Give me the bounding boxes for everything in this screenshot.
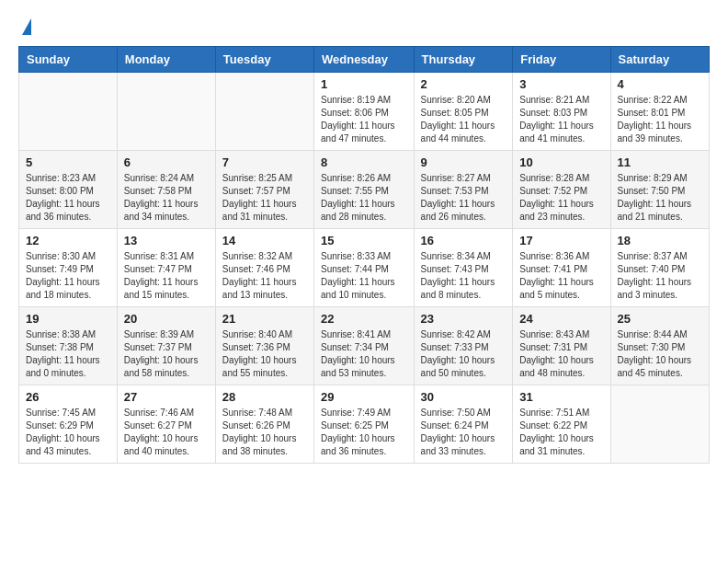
calendar-day-2: 2Sunrise: 8:20 AM Sunset: 8:05 PM Daylig…: [414, 73, 513, 151]
empty-cell: [117, 73, 215, 151]
calendar-day-10: 10Sunrise: 8:28 AM Sunset: 7:52 PM Dayli…: [513, 151, 610, 229]
calendar-day-23: 23Sunrise: 8:42 AM Sunset: 7:33 PM Dayli…: [414, 307, 513, 385]
calendar-day-28: 28Sunrise: 7:48 AM Sunset: 6:26 PM Dayli…: [215, 385, 313, 464]
day-info: Sunrise: 8:42 AM Sunset: 7:33 PM Dayligh…: [421, 328, 506, 380]
calendar-day-16: 16Sunrise: 8:34 AM Sunset: 7:43 PM Dayli…: [414, 229, 513, 307]
day-number: 30: [421, 390, 506, 404]
col-header-tuesday: Tuesday: [215, 47, 313, 73]
day-info: Sunrise: 8:32 AM Sunset: 7:46 PM Dayligh…: [222, 250, 307, 302]
day-info: Sunrise: 8:38 AM Sunset: 7:38 PM Dayligh…: [26, 328, 110, 380]
day-number: 31: [519, 390, 603, 404]
day-number: 6: [124, 155, 209, 169]
day-number: 29: [321, 390, 407, 404]
calendar-day-13: 13Sunrise: 8:31 AM Sunset: 7:47 PM Dayli…: [117, 229, 215, 307]
day-number: 3: [519, 77, 603, 91]
day-number: 22: [321, 312, 407, 326]
day-number: 21: [222, 312, 307, 326]
calendar-day-29: 29Sunrise: 7:49 AM Sunset: 6:25 PM Dayli…: [314, 385, 415, 464]
day-info: Sunrise: 8:25 AM Sunset: 7:57 PM Dayligh…: [222, 172, 307, 224]
day-number: 13: [124, 234, 209, 247]
day-info: Sunrise: 8:28 AM Sunset: 7:52 PM Dayligh…: [519, 172, 603, 224]
calendar-day-20: 20Sunrise: 8:39 AM Sunset: 7:37 PM Dayli…: [117, 307, 215, 385]
col-header-monday: Monday: [117, 47, 215, 73]
day-info: Sunrise: 8:21 AM Sunset: 8:03 PM Dayligh…: [519, 94, 603, 145]
day-info: Sunrise: 7:46 AM Sunset: 6:27 PM Dayligh…: [124, 407, 209, 458]
day-number: 16: [421, 234, 506, 247]
calendar-week-row: 19Sunrise: 8:38 AM Sunset: 7:38 PM Dayli…: [19, 307, 710, 385]
calendar-day-15: 15Sunrise: 8:33 AM Sunset: 7:44 PM Dayli…: [314, 229, 415, 307]
day-number: 10: [519, 155, 603, 169]
day-info: Sunrise: 7:50 AM Sunset: 6:24 PM Dayligh…: [421, 407, 506, 458]
day-number: 7: [222, 155, 307, 169]
day-number: 11: [618, 155, 702, 169]
day-number: 23: [421, 312, 506, 326]
day-info: Sunrise: 8:22 AM Sunset: 8:01 PM Dayligh…: [618, 94, 702, 145]
day-info: Sunrise: 8:29 AM Sunset: 7:50 PM Dayligh…: [618, 172, 702, 224]
day-info: Sunrise: 7:45 AM Sunset: 6:29 PM Dayligh…: [26, 407, 110, 458]
day-number: 18: [618, 234, 702, 247]
calendar-week-row: 12Sunrise: 8:30 AM Sunset: 7:49 PM Dayli…: [19, 229, 710, 307]
calendar-day-27: 27Sunrise: 7:46 AM Sunset: 6:27 PM Dayli…: [117, 385, 215, 464]
calendar-header-row: SundayMondayTuesdayWednesdayThursdayFrid…: [19, 47, 710, 73]
day-info: Sunrise: 8:44 AM Sunset: 7:30 PM Dayligh…: [618, 328, 702, 380]
day-info: Sunrise: 8:20 AM Sunset: 8:05 PM Dayligh…: [421, 94, 506, 145]
calendar-day-6: 6Sunrise: 8:24 AM Sunset: 7:58 PM Daylig…: [117, 151, 215, 229]
calendar-day-8: 8Sunrise: 8:26 AM Sunset: 7:55 PM Daylig…: [314, 151, 415, 229]
day-info: Sunrise: 7:48 AM Sunset: 6:26 PM Dayligh…: [222, 407, 307, 458]
day-number: 25: [618, 312, 702, 326]
day-info: Sunrise: 8:31 AM Sunset: 7:47 PM Dayligh…: [124, 250, 209, 302]
calendar-day-21: 21Sunrise: 8:40 AM Sunset: 7:36 PM Dayli…: [215, 307, 313, 385]
day-number: 15: [321, 234, 407, 247]
calendar-day-4: 4Sunrise: 8:22 AM Sunset: 8:01 PM Daylig…: [610, 73, 709, 151]
day-number: 19: [26, 312, 110, 326]
day-number: 12: [26, 234, 110, 247]
day-number: 24: [519, 312, 603, 326]
day-info: Sunrise: 7:51 AM Sunset: 6:22 PM Dayligh…: [519, 407, 603, 458]
empty-cell: [19, 73, 118, 151]
calendar-day-26: 26Sunrise: 7:45 AM Sunset: 6:29 PM Dayli…: [19, 385, 118, 464]
day-info: Sunrise: 8:27 AM Sunset: 7:53 PM Dayligh…: [421, 172, 506, 224]
day-info: Sunrise: 8:34 AM Sunset: 7:43 PM Dayligh…: [421, 250, 506, 302]
day-number: 1: [321, 77, 407, 91]
calendar-day-30: 30Sunrise: 7:50 AM Sunset: 6:24 PM Dayli…: [414, 385, 513, 464]
day-info: Sunrise: 7:49 AM Sunset: 6:25 PM Dayligh…: [321, 407, 407, 458]
day-number: 4: [618, 77, 702, 91]
logo-triangle-icon: [22, 18, 31, 35]
day-number: 20: [124, 312, 209, 326]
day-info: Sunrise: 8:24 AM Sunset: 7:58 PM Dayligh…: [124, 172, 209, 224]
page-header: [18, 18, 710, 37]
day-info: Sunrise: 8:19 AM Sunset: 8:06 PM Dayligh…: [321, 94, 407, 145]
col-header-wednesday: Wednesday: [314, 47, 415, 73]
day-info: Sunrise: 8:23 AM Sunset: 8:00 PM Dayligh…: [26, 172, 110, 224]
day-number: 14: [222, 234, 307, 247]
day-info: Sunrise: 8:30 AM Sunset: 7:49 PM Dayligh…: [26, 250, 110, 302]
calendar-day-5: 5Sunrise: 8:23 AM Sunset: 8:00 PM Daylig…: [19, 151, 118, 229]
calendar-week-row: 1Sunrise: 8:19 AM Sunset: 8:06 PM Daylig…: [19, 73, 710, 151]
calendar-day-3: 3Sunrise: 8:21 AM Sunset: 8:03 PM Daylig…: [513, 73, 610, 151]
empty-cell: [610, 385, 709, 464]
day-info: Sunrise: 8:33 AM Sunset: 7:44 PM Dayligh…: [321, 250, 407, 302]
col-header-friday: Friday: [513, 47, 610, 73]
calendar-day-12: 12Sunrise: 8:30 AM Sunset: 7:49 PM Dayli…: [19, 229, 118, 307]
calendar-day-19: 19Sunrise: 8:38 AM Sunset: 7:38 PM Dayli…: [19, 307, 118, 385]
col-header-thursday: Thursday: [414, 47, 513, 73]
col-header-saturday: Saturday: [610, 47, 709, 73]
day-info: Sunrise: 8:41 AM Sunset: 7:34 PM Dayligh…: [321, 328, 407, 380]
calendar-day-9: 9Sunrise: 8:27 AM Sunset: 7:53 PM Daylig…: [414, 151, 513, 229]
logo: [18, 18, 31, 37]
day-number: 9: [421, 155, 506, 169]
calendar-day-17: 17Sunrise: 8:36 AM Sunset: 7:41 PM Dayli…: [513, 229, 610, 307]
day-info: Sunrise: 8:43 AM Sunset: 7:31 PM Dayligh…: [519, 328, 603, 380]
day-number: 27: [124, 390, 209, 404]
day-number: 28: [222, 390, 307, 404]
calendar-day-22: 22Sunrise: 8:41 AM Sunset: 7:34 PM Dayli…: [314, 307, 415, 385]
col-header-sunday: Sunday: [19, 47, 118, 73]
day-number: 8: [321, 155, 407, 169]
day-info: Sunrise: 8:36 AM Sunset: 7:41 PM Dayligh…: [519, 250, 603, 302]
day-number: 26: [26, 390, 110, 404]
day-number: 2: [421, 77, 506, 91]
calendar-day-18: 18Sunrise: 8:37 AM Sunset: 7:40 PM Dayli…: [610, 229, 709, 307]
day-info: Sunrise: 8:40 AM Sunset: 7:36 PM Dayligh…: [222, 328, 307, 380]
day-number: 17: [519, 234, 603, 247]
calendar-day-25: 25Sunrise: 8:44 AM Sunset: 7:30 PM Dayli…: [610, 307, 709, 385]
